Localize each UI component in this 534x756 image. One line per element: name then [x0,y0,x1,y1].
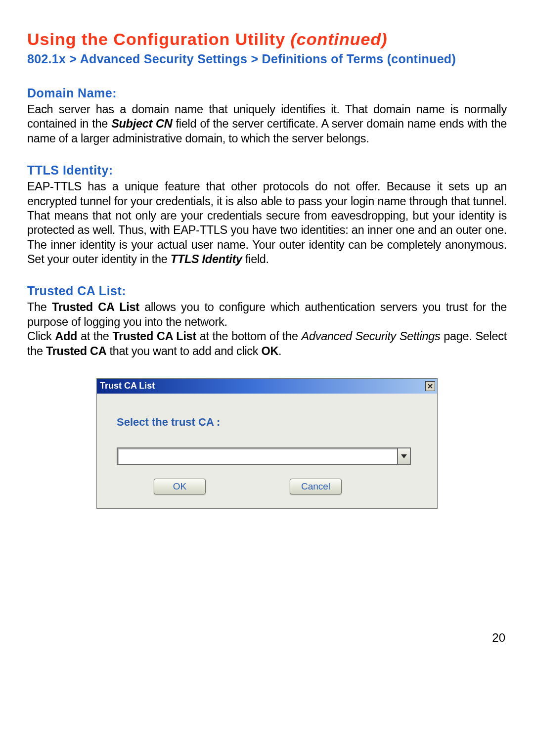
document-page: Using the Configuration Utility (continu… [0,0,534,756]
text: The [27,301,52,313]
paragraph-trusted-ca-list: The Trusted CA List allows you to config… [27,300,507,358]
term-subject-cn: Subject CN [111,117,172,130]
close-button[interactable] [425,381,435,391]
ok-button[interactable]: OK [154,479,206,494]
text: field. [242,253,269,266]
page-number: 20 [492,631,505,645]
title-main: Using the Configuration Utility [27,30,291,48]
term-trusted-ca: Trusted CA [46,345,106,357]
paragraph-ttls-identity: EAP-TTLS has a unique feature that other… [27,179,507,267]
trust-ca-list-dialog: Trust CA List Select the trust CA : [96,378,438,509]
dialog-body: Select the trust CA : OK Cancel [97,394,437,508]
close-icon [428,383,433,390]
term-ttls-identity: TTLS Identity [171,253,242,266]
select-trust-ca-label: Select the trust CA : [117,416,422,429]
page-title: Using the Configuration Utility (continu… [27,30,507,49]
text: that you want to add and click [106,345,261,357]
heading-ttls-identity: TTLS Identity: [27,163,507,178]
term-add: Add [55,330,77,343]
term-trusted-ca-list-2: Trusted CA List [112,330,196,343]
dialog-button-row: OK Cancel [117,479,422,494]
text: at the bottom of the [196,330,302,343]
heading-domain-name: Domain Name: [27,86,507,100]
text: . [278,345,281,357]
text: Click [27,330,55,343]
title-continued: (continued) [291,30,388,48]
term-advanced-security-settings: Advanced Security Settings [302,330,441,343]
trust-ca-combobox[interactable] [117,447,411,465]
trust-ca-input[interactable] [117,447,397,465]
dialog-screenshot: Trust CA List Select the trust CA : [96,378,438,509]
breadcrumb: 802.1x > Advanced Security Settings > De… [27,52,507,66]
cancel-button[interactable]: Cancel [290,479,342,494]
dropdown-button[interactable] [397,447,411,465]
text: at the [77,330,112,343]
chevron-down-icon [401,451,407,460]
svg-marker-0 [401,454,407,458]
term-trusted-ca-list: Trusted CA List [52,301,139,313]
paragraph-domain-name: Each server has a domain name that uniqu… [27,102,507,146]
dialog-title: Trust CA List [100,381,155,391]
heading-trusted-ca-list: Trusted CA List: [27,284,507,298]
dialog-titlebar: Trust CA List [97,379,437,394]
term-ok: OK [261,345,278,357]
